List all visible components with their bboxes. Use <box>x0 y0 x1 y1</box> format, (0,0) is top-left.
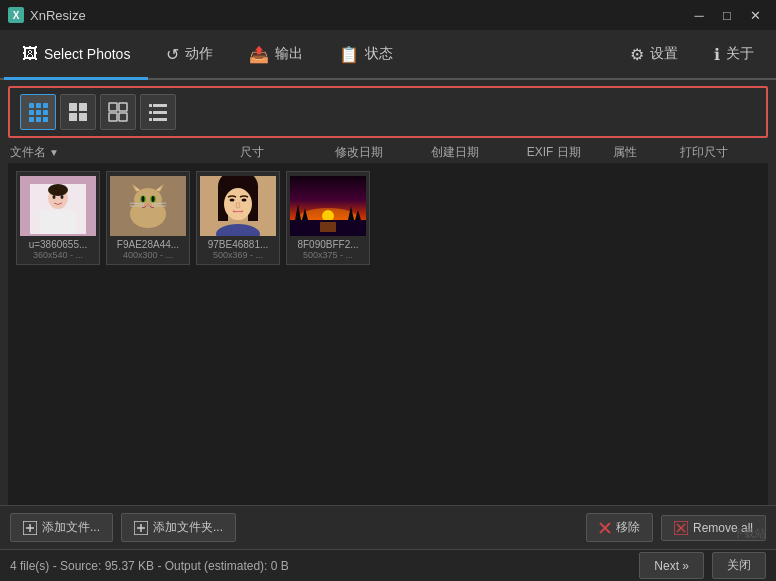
file-name: u=3860655... <box>20 239 96 250</box>
file-thumbnail <box>110 176 186 236</box>
maximize-button[interactable]: □ <box>714 4 740 26</box>
add-files-button[interactable]: 添加文件... <box>10 513 113 542</box>
svg-rect-27 <box>40 210 76 234</box>
tab-about-label: 关于 <box>726 45 754 63</box>
titlebar: X XnResize ─ □ ✕ <box>0 0 776 30</box>
view-grid-large-button[interactable] <box>100 94 136 130</box>
file-thumbnail <box>200 176 276 236</box>
about-icon: ℹ <box>714 45 720 64</box>
tab-select-photos-label: Select Photos <box>44 46 130 62</box>
svg-point-39 <box>142 196 145 202</box>
add-files-icon <box>23 521 37 535</box>
svg-rect-3 <box>29 110 34 115</box>
svg-rect-12 <box>79 113 87 121</box>
bottom-bar: 添加文件... 添加文件夹... 移除 <box>0 505 776 549</box>
status-icon: 📋 <box>339 45 359 64</box>
svg-rect-17 <box>153 104 167 107</box>
svg-rect-20 <box>149 104 152 107</box>
add-folder-icon <box>134 521 148 535</box>
col-header-size[interactable]: 尺寸 <box>240 144 336 161</box>
content-area: 文件名 ▼ 尺寸 修改日期 创建日期 EXIF 日期 属性 打印尺寸 <box>0 80 776 549</box>
status-info: 4 file(s) - Source: 95.37 KB - Output (e… <box>10 559 289 573</box>
add-folder-button[interactable]: 添加文件夹... <box>121 513 236 542</box>
file-dims: 360x540 - ... <box>20 250 96 260</box>
svg-rect-4 <box>36 110 41 115</box>
svg-point-52 <box>230 199 235 202</box>
list-item[interactable]: 97BE46881... 500x369 - ... <box>196 171 280 265</box>
remove-all-icon <box>674 521 688 535</box>
next-button[interactable]: Next » <box>639 552 704 579</box>
file-thumbnail <box>290 176 366 236</box>
tab-settings[interactable]: ⚙ 设置 <box>612 30 696 78</box>
svg-point-40 <box>152 196 155 202</box>
tab-action[interactable]: ↺ 动作 <box>148 30 231 78</box>
remove-icon <box>599 522 611 534</box>
svg-rect-14 <box>119 103 127 111</box>
main-content: 🖼 Select Photos ↺ 动作 📤 输出 📋 状态 ⚙ 设置 ℹ 关于 <box>0 30 776 581</box>
svg-rect-22 <box>149 118 152 121</box>
close-window-button[interactable]: ✕ <box>742 4 768 26</box>
app-title: XnResize <box>30 8 86 23</box>
column-headers: 文件名 ▼ 尺寸 修改日期 创建日期 EXIF 日期 属性 打印尺寸 <box>0 144 776 161</box>
list-item[interactable]: 8F090BFF2... 500x375 - ... <box>286 171 370 265</box>
nav-tabs: 🖼 Select Photos ↺ 动作 📤 输出 📋 状态 ⚙ 设置 ℹ 关于 <box>0 30 776 80</box>
svg-rect-2 <box>43 103 48 108</box>
col-header-filename[interactable]: 文件名 ▼ <box>10 144 240 161</box>
svg-point-29 <box>61 195 64 199</box>
file-dims: 400x300 - ... <box>110 250 186 260</box>
remove-all-button[interactable]: Remove all <box>661 515 766 541</box>
status-right: Next » 关闭 <box>639 552 766 579</box>
svg-point-54 <box>230 212 246 220</box>
remove-button[interactable]: 移除 <box>586 513 653 542</box>
action-icon: ↺ <box>166 45 179 64</box>
svg-rect-10 <box>79 103 87 111</box>
tab-about[interactable]: ℹ 关于 <box>696 30 772 78</box>
files-grid: u=3860655... 360x540 - ... <box>16 171 760 265</box>
tab-status-label: 状态 <box>365 45 393 63</box>
minimize-button[interactable]: ─ <box>686 4 712 26</box>
tab-output-label: 输出 <box>275 45 303 63</box>
view-grid-medium-button[interactable] <box>60 94 96 130</box>
svg-rect-7 <box>36 117 41 122</box>
col-header-modified[interactable]: 修改日期 <box>335 144 431 161</box>
svg-point-32 <box>134 188 162 212</box>
col-header-created[interactable]: 创建日期 <box>431 144 527 161</box>
titlebar-left: X XnResize <box>8 7 86 23</box>
file-dims: 500x369 - ... <box>200 250 276 260</box>
svg-rect-9 <box>69 103 77 111</box>
svg-rect-19 <box>153 118 167 121</box>
svg-rect-15 <box>109 113 117 121</box>
view-grid-small-button[interactable] <box>20 94 56 130</box>
svg-rect-18 <box>153 111 167 114</box>
files-area: u=3860655... 360x540 - ... <box>8 163 768 505</box>
file-dims: 500x375 - ... <box>290 250 366 260</box>
svg-rect-1 <box>36 103 41 108</box>
svg-rect-16 <box>119 113 127 121</box>
svg-rect-11 <box>69 113 77 121</box>
col-header-attr[interactable]: 属性 <box>613 144 680 161</box>
list-item[interactable]: u=3860655... 360x540 - ... <box>16 171 100 265</box>
svg-rect-5 <box>43 110 48 115</box>
titlebar-controls: ─ □ ✕ <box>686 4 768 26</box>
svg-point-53 <box>242 199 247 202</box>
file-name: 97BE46881... <box>200 239 276 250</box>
tab-status[interactable]: 📋 状态 <box>321 30 411 78</box>
close-app-button[interactable]: 关闭 <box>712 552 766 579</box>
list-item[interactable]: F9AE28A44... 400x300 - ... <box>106 171 190 265</box>
svg-point-28 <box>53 195 56 199</box>
svg-rect-6 <box>29 117 34 122</box>
file-name: 8F090BFF2... <box>290 239 366 250</box>
output-icon: 📤 <box>249 45 269 64</box>
view-list-button[interactable] <box>140 94 176 130</box>
tab-select-photos[interactable]: 🖼 Select Photos <box>4 30 148 80</box>
col-header-exif[interactable]: EXIF 日期 <box>527 144 613 161</box>
svg-rect-21 <box>149 111 152 114</box>
svg-rect-0 <box>29 103 34 108</box>
view-toolbar <box>8 86 768 138</box>
tab-output[interactable]: 📤 输出 <box>231 30 321 78</box>
svg-rect-60 <box>320 222 336 232</box>
svg-rect-8 <box>43 117 48 122</box>
tab-settings-label: 设置 <box>650 45 678 63</box>
col-header-print[interactable]: 打印尺寸 <box>680 144 766 161</box>
svg-rect-13 <box>109 103 117 111</box>
